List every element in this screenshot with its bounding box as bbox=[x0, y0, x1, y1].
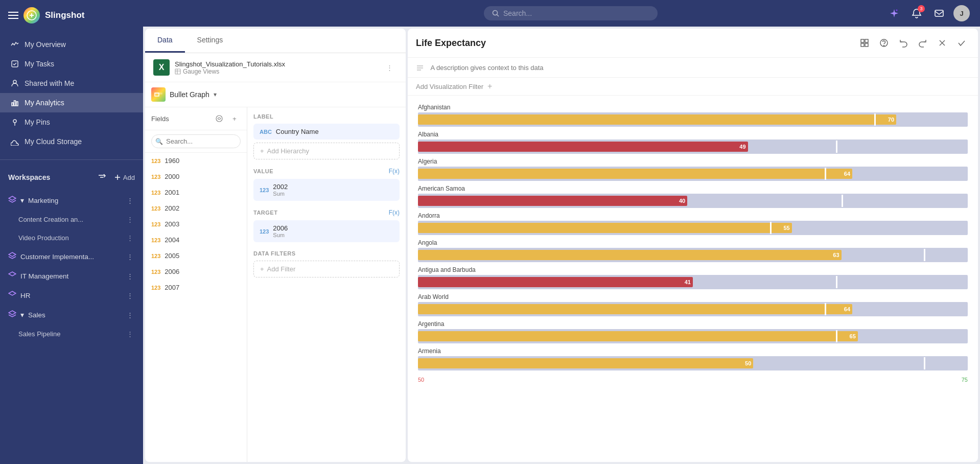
avatar[interactable]: J bbox=[953, 5, 970, 21]
bullet-bar-container: 64 bbox=[418, 302, 968, 316]
chart-title: Life Expectancy bbox=[416, 38, 850, 49]
svg-rect-26 bbox=[861, 43, 864, 47]
add-viz-filter-button[interactable]: Add Visualization Filter + bbox=[416, 82, 492, 91]
svg-rect-25 bbox=[865, 39, 868, 42]
data-source-more-button[interactable]: ⋮ bbox=[381, 59, 398, 76]
undo-button[interactable] bbox=[895, 35, 912, 51]
bullet-target-marker bbox=[924, 249, 925, 261]
sidebar-nav: My Overview My Tasks Shared with Me bbox=[0, 31, 143, 155]
workspace-item-it[interactable]: IT Management ⋮ bbox=[0, 266, 143, 286]
bullet-row: Arab World64 bbox=[418, 293, 968, 316]
field-item-2002[interactable]: 123 2002 bbox=[145, 200, 247, 216]
country-name-label: Albania bbox=[418, 131, 968, 138]
sales-pipeline-more-button[interactable]: ⋮ bbox=[125, 329, 135, 339]
sidebar-header: Slingshot bbox=[0, 0, 143, 31]
bullet-value-label: 40 bbox=[679, 198, 685, 204]
add-filter-label: Add Visualization Filter bbox=[416, 83, 483, 90]
workspace-item-marketing[interactable]: ▾ Marketing ⋮ bbox=[0, 191, 143, 210]
field-item-2004[interactable]: 123 2004 bbox=[145, 232, 247, 248]
chip-type-abc: ABC bbox=[260, 129, 272, 135]
sidebar-item-analytics[interactable]: My Analytics bbox=[0, 93, 143, 112]
workspace-it-more-button[interactable]: ⋮ bbox=[125, 271, 135, 281]
bullet-target-marker bbox=[874, 113, 876, 126]
workspace-sub-video-production[interactable]: Video Production ⋮ bbox=[0, 228, 143, 247]
sidebar-item-shared[interactable]: Shared with Me bbox=[0, 74, 143, 93]
workspace-sub-content-creation[interactable]: Content Creation an... ⋮ bbox=[0, 210, 143, 228]
field-item-1960[interactable]: 123 1960 bbox=[145, 153, 247, 169]
bullet-value-label: 64 bbox=[844, 171, 850, 177]
bullet-bar-container: 64 bbox=[418, 167, 968, 181]
bullet-value-bar: 40 bbox=[418, 196, 687, 206]
panel-tabs: Data Settings bbox=[145, 29, 406, 53]
close-button[interactable] bbox=[934, 35, 950, 51]
bullet-value-label: 50 bbox=[745, 360, 751, 366]
fields-header: Fields + bbox=[145, 107, 247, 130]
field-item-2003[interactable]: 123 2003 bbox=[145, 216, 247, 232]
fields-add-button[interactable]: + bbox=[228, 112, 241, 125]
checkbox-icon bbox=[10, 59, 19, 68]
notifications-button[interactable]: 3 bbox=[908, 5, 925, 21]
search-input[interactable] bbox=[503, 9, 646, 17]
messages-button[interactable] bbox=[931, 5, 947, 21]
confirm-button[interactable] bbox=[953, 35, 970, 51]
fields-brain-button[interactable] bbox=[213, 112, 225, 125]
chart-header: Life Expectancy bbox=[408, 29, 978, 58]
field-item-2006[interactable]: 123 2006 bbox=[145, 264, 247, 280]
bullet-bar-container: 65 bbox=[418, 329, 968, 343]
field-item-2005[interactable]: 123 2005 bbox=[145, 248, 247, 264]
bullet-target-marker bbox=[836, 330, 837, 342]
topbar-actions: 3 J bbox=[886, 5, 970, 21]
message-icon bbox=[934, 8, 944, 18]
redo-button[interactable] bbox=[915, 35, 931, 51]
chip-field-name: Country Name bbox=[276, 128, 319, 135]
workspace-hr-more-button[interactable]: ⋮ bbox=[125, 290, 135, 300]
ai-assistant-button[interactable] bbox=[886, 5, 902, 21]
sidebar-item-cloud[interactable]: My Cloud Storage bbox=[0, 132, 143, 151]
hamburger-menu-icon[interactable] bbox=[8, 12, 18, 19]
workspace-item-sales[interactable]: ▾ Sales ⋮ bbox=[0, 305, 143, 324]
field-label: 2006 bbox=[165, 268, 179, 275]
country-name-label: Afghanistan bbox=[418, 104, 968, 111]
value-field-chip[interactable]: 123 2002 Sum bbox=[253, 179, 400, 201]
data-source-info: Slingshot_Visualization_Tutorials.xlsx G… bbox=[175, 60, 376, 75]
workspace-marketing-more-button[interactable]: ⋮ bbox=[125, 195, 135, 205]
sidebar-item-overview[interactable]: My Overview bbox=[0, 35, 143, 54]
help-icon bbox=[879, 38, 889, 48]
sidebar-item-pins[interactable]: My Pins bbox=[0, 112, 143, 132]
chart-description-input[interactable] bbox=[430, 64, 969, 72]
field-type-icon: 123 bbox=[151, 205, 160, 212]
content-creation-more-button[interactable]: ⋮ bbox=[125, 214, 135, 224]
add-filter-button[interactable]: + Add Filter bbox=[253, 261, 400, 277]
field-item-2007[interactable]: 123 2007 bbox=[145, 280, 247, 295]
svg-point-6 bbox=[13, 120, 16, 123]
fields-search-input[interactable] bbox=[151, 134, 241, 148]
workspace-sales-more-button[interactable]: ⋮ bbox=[125, 310, 135, 320]
grid-view-button[interactable] bbox=[856, 35, 873, 51]
global-search-bar[interactable] bbox=[484, 6, 658, 20]
target-field-chip[interactable]: 123 2006 Sum bbox=[253, 220, 400, 242]
workspace-customer-more-button[interactable]: ⋮ bbox=[125, 251, 135, 262]
workspace-label-marketing: Marketing bbox=[28, 197, 58, 204]
sort-workspaces-button[interactable] bbox=[94, 169, 110, 185]
workspace-item-hr[interactable]: HR ⋮ bbox=[0, 286, 143, 305]
sidebar-item-tasks[interactable]: My Tasks bbox=[0, 54, 143, 74]
help-button[interactable] bbox=[876, 35, 892, 51]
chevron-down-icon: ▾ bbox=[214, 91, 217, 98]
video-production-more-button[interactable]: ⋮ bbox=[125, 233, 135, 243]
target-fx-button[interactable]: F(x) bbox=[389, 209, 400, 216]
workspace-sub-sales-pipeline[interactable]: Sales Pipeline ⋮ bbox=[0, 324, 143, 343]
tab-settings[interactable]: Settings bbox=[185, 29, 236, 53]
svg-line-15 bbox=[497, 15, 499, 17]
field-item-2000[interactable]: 123 2000 bbox=[145, 169, 247, 184]
add-hierarchy-button[interactable]: + Add Hierarchy bbox=[253, 143, 400, 159]
target-field-agg: Sum bbox=[273, 232, 288, 238]
tab-data[interactable]: Data bbox=[145, 29, 185, 53]
lines-icon bbox=[416, 64, 424, 72]
workspace-item-customer[interactable]: Customer Implementa... ⋮ bbox=[0, 247, 143, 266]
label-field-chip[interactable]: ABC Country Name bbox=[253, 124, 400, 140]
bullet-target-marker bbox=[842, 195, 843, 207]
bullet-row: Argentina65 bbox=[418, 320, 968, 343]
add-workspace-button[interactable]: Add bbox=[114, 174, 135, 181]
value-fx-button[interactable]: F(x) bbox=[389, 168, 400, 175]
field-item-2001[interactable]: 123 2001 bbox=[145, 184, 247, 200]
